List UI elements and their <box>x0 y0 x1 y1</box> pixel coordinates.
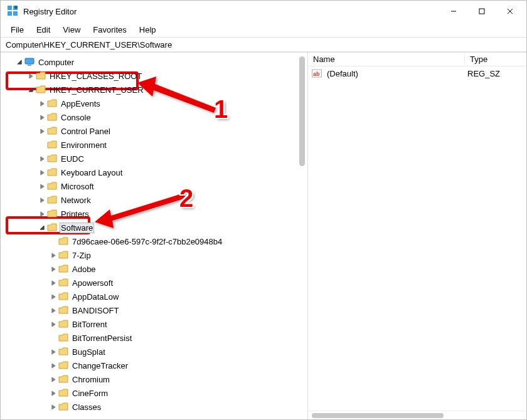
tree-node-label: CineForm <box>71 389 109 398</box>
tree-node-label: AppEvents <box>60 99 102 108</box>
expander-icon[interactable] <box>37 223 47 233</box>
tree-node-environment[interactable]: Environment <box>3 138 307 152</box>
svg-rect-3 <box>13 11 18 16</box>
menu-help[interactable]: Help <box>133 24 162 36</box>
folder-icon <box>47 127 57 135</box>
expander-icon[interactable] <box>48 388 58 398</box>
expander-icon[interactable] <box>37 126 47 136</box>
expander-icon[interactable] <box>26 85 36 95</box>
tree-node-apowersoft[interactable]: Apowersoft <box>3 276 307 290</box>
expander-icon[interactable] <box>37 167 47 177</box>
tree-node-label: Control Panel <box>60 127 112 136</box>
tree-node-printers[interactable]: Printers <box>3 207 307 221</box>
expander-icon[interactable] <box>48 360 58 370</box>
expander-icon[interactable] <box>48 305 58 315</box>
tree-node-computer[interactable]: Computer <box>3 55 307 69</box>
registry-tree[interactable]: Computer HKEY_CLASSES_ROOT HKEY_CURRENT_… <box>1 53 307 414</box>
tree-node-label: 7-Zip <box>71 251 92 260</box>
expander-icon[interactable] <box>48 374 58 384</box>
menu-favorites[interactable]: Favorites <box>87 24 132 36</box>
folder-icon <box>58 347 68 356</box>
folder-icon <box>58 292 68 301</box>
tree-node-eudc[interactable]: EUDC <box>3 152 307 165</box>
tree-node-label: Apowersoft <box>71 278 114 288</box>
expander-icon[interactable] <box>48 347 58 357</box>
expander-icon[interactable] <box>37 98 47 108</box>
tree-node-label: Classes <box>71 402 102 412</box>
address-bar[interactable]: Computer\HKEY_CURRENT_USER\Software <box>1 37 526 52</box>
svg-text:ab: ab <box>313 71 320 77</box>
window-frame: Registry Editor File Edit View Favorites… <box>0 0 527 420</box>
expander-icon[interactable] <box>48 278 58 288</box>
folder-icon <box>36 71 46 80</box>
tree-node-classes[interactable]: Classes <box>3 400 307 414</box>
window-title: Registry Editor <box>23 7 439 16</box>
folder-icon <box>47 140 57 149</box>
svg-rect-6 <box>479 9 484 14</box>
tree-node-hkcu[interactable]: HKEY_CURRENT_USER <box>3 83 307 97</box>
close-button[interactable] <box>496 2 524 21</box>
tree-node-control_panel[interactable]: Control Panel <box>3 124 307 138</box>
menu-view[interactable]: View <box>56 24 87 36</box>
tree-node-label: BitTorrent <box>71 320 109 329</box>
folder-icon <box>58 251 68 260</box>
tree-node-network[interactable]: Network <box>3 193 307 207</box>
app-icon <box>7 5 18 18</box>
folder-icon <box>58 402 68 411</box>
tree-node-keyboard_layout[interactable]: Keyboard Layout <box>3 165 307 179</box>
folder-icon <box>36 85 46 94</box>
tree-node-label: Printers <box>60 209 90 219</box>
folder-icon <box>47 196 57 204</box>
folder-icon <box>58 278 68 287</box>
tree-node-label: Computer <box>37 58 75 67</box>
expander-icon[interactable] <box>37 181 47 191</box>
expander-icon[interactable] <box>48 264 58 274</box>
expander-icon[interactable] <box>37 209 47 219</box>
tree-node-appevents[interactable]: AppEvents <box>3 97 307 110</box>
tree-node-label: Keyboard Layout <box>60 168 124 177</box>
folder-icon <box>58 361 68 370</box>
expander-icon[interactable] <box>37 112 47 122</box>
tree-node-label: Console <box>60 113 92 122</box>
tree-node-label: HKEY_CLASSES_ROOT <box>48 71 143 81</box>
tree-node-software[interactable]: Software <box>3 221 307 234</box>
folder-icon <box>58 306 68 315</box>
tree-node-sevenzip[interactable]: 7-Zip <box>3 248 307 262</box>
tree-node-microsoft[interactable]: Microsoft <box>3 179 307 193</box>
folder-icon <box>58 265 68 273</box>
list-row[interactable]: ab (Default) REG_SZ <box>308 66 526 80</box>
column-header-name[interactable]: Name <box>308 55 465 64</box>
tree-node-chromium[interactable]: Chromium <box>3 372 307 386</box>
menu-edit[interactable]: Edit <box>30 24 56 36</box>
tree-node-bandisoft[interactable]: BANDISOFT <box>3 303 307 317</box>
expander-icon[interactable] <box>48 319 58 329</box>
tree-node-label: AppDataLow <box>71 292 120 302</box>
menu-file[interactable]: File <box>4 24 30 36</box>
tree-node-label: BitTorrentPersist <box>71 333 133 343</box>
tree-node-hkcr[interactable]: HKEY_CLASSES_ROOT <box>3 69 307 83</box>
tree-node-cineform[interactable]: CineForm <box>3 386 307 400</box>
tree-node-guid[interactable]: 7d96caee-06e6-597c-9f2f-c7bb2e0948b4 <box>3 234 307 248</box>
tree-node-bugsplat[interactable]: BugSplat <box>3 345 307 359</box>
expander-icon[interactable] <box>48 402 58 412</box>
folder-icon <box>47 209 57 218</box>
expander-icon[interactable] <box>37 154 47 164</box>
expander-icon[interactable] <box>48 291 58 302</box>
tree-node-changetracker[interactable]: ChangeTracker <box>3 359 307 372</box>
tree-node-appdatalow[interactable]: AppDataLow <box>3 290 307 303</box>
svg-point-4 <box>14 5 18 8</box>
minimize-button[interactable] <box>439 2 467 21</box>
tree-node-bittorrentpersist[interactable]: BitTorrentPersist <box>3 331 307 345</box>
list-value-type: REG_SZ <box>467 69 500 78</box>
column-header-type[interactable]: Type <box>465 55 526 64</box>
tree-node-bittorrent[interactable]: BitTorrent <box>3 317 307 331</box>
maximize-button[interactable] <box>467 2 496 21</box>
tree-node-adobe[interactable]: Adobe <box>3 262 307 276</box>
tree-node-console[interactable]: Console <box>3 110 307 124</box>
expander-icon[interactable] <box>26 71 36 81</box>
expander-icon[interactable] <box>37 195 47 205</box>
list-horizontal-scrollbar[interactable] <box>308 411 526 419</box>
expander-icon[interactable] <box>14 57 24 67</box>
svg-rect-0 <box>8 6 12 10</box>
expander-icon[interactable] <box>48 250 58 260</box>
